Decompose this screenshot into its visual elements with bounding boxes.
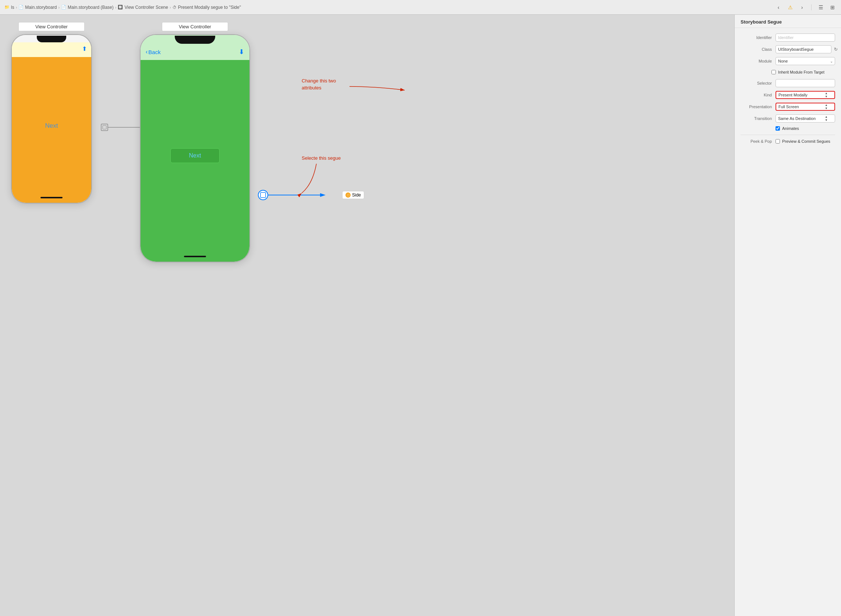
phone2-bottom — [141, 251, 249, 262]
identifier-input[interactable] — [775, 34, 835, 42]
transition-stepper-down[interactable]: ▼ — [825, 119, 828, 122]
phone1-share-icon: ⬆ — [82, 45, 87, 52]
phone2-share-icon: ⬇ — [239, 48, 244, 56]
module-select-wrapper: None — [775, 57, 835, 65]
annotation-change-attributes: Change this twoattributes — [302, 77, 336, 91]
breadcrumb-sep-2: › — [58, 5, 60, 10]
preview-commit-label: Preview & Commit Segues — [782, 139, 830, 144]
right-panel: Storyboard Segue Identifier Class ↻ ▶ Mo… — [734, 15, 841, 616]
phone1-mockup: ⬆ Next — [11, 34, 92, 204]
scene2-label: View Controller — [162, 22, 228, 31]
phone2-mockup: ‹ Back ⬇ Next — [140, 34, 250, 263]
toolbar: 📁 ls › 📄 Main.storyboard › 📄 Main.storyb… — [0, 0, 841, 15]
animates-checkbox[interactable] — [775, 126, 780, 131]
module-select[interactable]: None — [775, 57, 835, 65]
inherit-module-label: Inherit Module From Target — [778, 70, 825, 74]
phone1-body: Next — [12, 57, 91, 195]
class-row: Class ↻ ▶ — [735, 43, 841, 55]
presentation-select-wrapper: Full Screen Automatic Current Context Pa… — [775, 103, 835, 111]
annotation2-text: Selecte this segue — [302, 155, 341, 161]
transition-label: Transition — [741, 116, 772, 121]
presentation-label: Presentation — [741, 104, 772, 109]
panel-title: Storyboard Segue — [735, 15, 841, 28]
breadcrumb-sep-4: › — [170, 5, 171, 10]
side-badge-icon: ⬡ — [346, 192, 350, 198]
transition-select-wrapper: Same As Destination Cover Vertical Flip … — [775, 114, 835, 123]
toolbar-icons: ‹ ⚠ › ☰ ⊞ — [774, 3, 837, 12]
kind-stepper-down[interactable]: ▼ — [825, 95, 828, 98]
svg-rect-0 — [101, 124, 108, 131]
breadcrumb-item-vc-scene[interactable]: 🔲 View Controller Scene — [118, 5, 168, 10]
svg-rect-1 — [103, 126, 106, 129]
phone2-nav: ‹ Back ⬇ — [141, 44, 249, 60]
breadcrumb: 📁 ls › 📄 Main.storyboard › 📄 Main.storyb… — [4, 5, 241, 10]
identifier-row: Identifier — [735, 32, 841, 43]
peek-pop-label: Peek & Pop — [741, 139, 772, 144]
phone2-body: Next — [141, 60, 249, 251]
phone1-notch — [37, 36, 66, 42]
transition-stepper: ▲ ▼ — [825, 115, 828, 122]
annotation1-text: Change this twoattributes — [302, 78, 336, 91]
main-layout: View Controller ⬆ Next — [0, 15, 841, 616]
panel-body: Identifier Class ↻ ▶ Module None — [735, 28, 841, 616]
identifier-label: Identifier — [741, 35, 772, 40]
scene1-container: View Controller ⬆ Next — [11, 22, 92, 204]
side-badge: ⬡ Side — [342, 191, 364, 199]
scene2-container: View Controller ‹ Back ⬇ Next — [140, 22, 250, 263]
animates-label: Animates — [782, 126, 799, 131]
selector-row: Selector — [735, 77, 841, 89]
canvas-area[interactable]: View Controller ⬆ Next — [0, 15, 734, 616]
layout-button[interactable]: ⊞ — [828, 3, 837, 12]
selector-input[interactable] — [775, 79, 835, 87]
class-input[interactable] — [775, 45, 831, 53]
phone1-top: ⬆ — [12, 42, 91, 57]
class-label: Class — [741, 47, 772, 51]
annotation-select-segue: Selecte this segue — [302, 154, 341, 161]
divider — [741, 135, 835, 135]
inherit-module-row: Inherit Module From Target — [735, 67, 841, 77]
transition-stepper-up[interactable]: ▲ — [825, 115, 828, 119]
svg-rect-5 — [261, 192, 266, 198]
presentation-stepper-up[interactable]: ▲ — [825, 103, 828, 107]
phone1-bottom-bar — [12, 195, 91, 203]
phone1-next-label: Next — [45, 122, 58, 129]
side-badge-text: Side — [352, 192, 361, 198]
annotation1-arrow — [346, 77, 412, 99]
breadcrumb-item-segue[interactable]: ⏱ Present Modally segue to "Side" — [173, 5, 241, 10]
peek-pop-row: Peek & Pop Preview & Commit Segues — [735, 137, 841, 145]
presentation-row: Presentation Full Screen Automatic Curre… — [735, 101, 841, 113]
kind-row: Kind Present Modally Show Show Detail Pr… — [735, 89, 841, 101]
breadcrumb-sep-3: › — [115, 5, 117, 10]
module-label: Module — [741, 59, 772, 63]
transition-row: Transition Same As Destination Cover Ver… — [735, 113, 841, 125]
animates-row: Animates — [735, 125, 841, 132]
breadcrumb-sep-1: › — [16, 5, 17, 10]
nav-warning-button[interactable]: ⚠ — [786, 3, 794, 12]
selector-label: Selector — [741, 81, 772, 85]
phone2-back: ‹ Back — [146, 48, 161, 55]
kind-stepper-up[interactable]: ▲ — [825, 92, 828, 95]
nav-back-button[interactable]: ‹ — [774, 3, 782, 12]
phone1-home-indicator — [41, 197, 63, 198]
breadcrumb-item-main-storyboard[interactable]: 📄 Main.storyboard — [18, 5, 57, 10]
module-row: Module None — [735, 55, 841, 67]
breadcrumb-item-main-base[interactable]: 📄 Main.storyboard (Base) — [61, 5, 114, 10]
kind-stepper: ▲ ▼ — [825, 92, 828, 98]
presentation-stepper-down[interactable]: ▼ — [825, 107, 828, 110]
presentation-stepper: ▲ ▼ — [825, 103, 828, 110]
phone2-notch — [175, 36, 215, 44]
nav-forward-button[interactable]: › — [798, 3, 806, 12]
inherit-module-checkbox[interactable] — [771, 70, 776, 74]
phone2-next-button[interactable]: Next — [170, 148, 220, 163]
breadcrumb-item-ls[interactable]: 📁 ls — [4, 5, 14, 10]
preview-commit-checkbox[interactable] — [775, 139, 780, 144]
kind-select-wrapper: Present Modally Show Show Detail Present… — [775, 91, 835, 99]
phone2-home-indicator — [184, 256, 206, 257]
scene1-label: View Controller — [18, 22, 85, 31]
menu-button[interactable]: ☰ — [817, 3, 825, 12]
kind-label: Kind — [741, 93, 772, 97]
annotation2-arrow — [294, 162, 338, 199]
class-sync-icon[interactable]: ↻ — [832, 46, 839, 53]
